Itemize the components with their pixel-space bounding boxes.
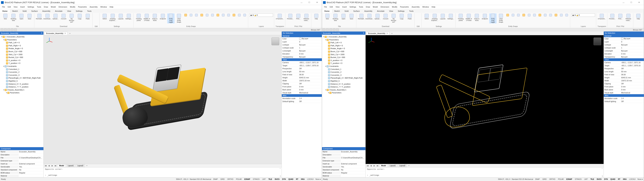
ribbon-tab[interactable]: Sketch xyxy=(10,10,20,13)
ribbon-save[interactable]: Save xyxy=(26,14,33,20)
status-toggle-strack[interactable]: STRACK xyxy=(252,178,260,180)
view-cube[interactable] xyxy=(272,38,279,45)
ribbon-entity-snap-toggle[interactable]: Entity snap toggle xyxy=(489,14,496,24)
ribbon-help[interactable]: Help xyxy=(634,14,642,20)
ribbon-tab[interactable]: Settings xyxy=(74,10,85,13)
minimize-button[interactable]: — xyxy=(620,0,628,5)
tree-node[interactable]: ▾Parameters xyxy=(0,38,43,42)
prop-value[interactable]: 0 mm xyxy=(620,86,644,88)
prop-value[interactable]: 15972.33 mm xyxy=(298,80,322,82)
ribbon-tab[interactable]: Assembly xyxy=(362,10,375,13)
menu-item[interactable]: Dimension xyxy=(58,6,68,8)
tree-node[interactable]: PlanarAngle_4 = 360*(Path_Right-Path xyxy=(0,76,43,80)
prop-value[interactable]: 0 mm xyxy=(298,53,322,55)
viewport[interactable] xyxy=(44,35,282,164)
ribbon-download-[interactable]: Download... xyxy=(44,14,51,20)
layout-nav[interactable]: ◀ xyxy=(48,165,50,166)
ribbon-tab[interactable]: Annotate xyxy=(53,10,65,13)
layer-dropdown[interactable]: ◉ ❄ 🔒 0 xyxy=(572,14,595,17)
status-toggle-rt[interactable]: RT xyxy=(295,178,299,180)
status-toggle-grid[interactable]: GRID xyxy=(542,178,547,180)
status-toggle-grid[interactable]: GRID xyxy=(220,178,225,180)
tree-node[interactable]: ▾Constraints xyxy=(322,65,365,68)
layout-nav[interactable]: ▶ xyxy=(373,165,376,166)
bricsys247-label[interactable]: Bricsys 24/7 xyxy=(633,29,642,31)
prop-value[interactable]: No xyxy=(340,169,366,171)
tab-close-icon[interactable]: ✕ xyxy=(386,32,388,34)
tree-node[interactable]: ▾Parameters xyxy=(322,91,365,94)
prop-value[interactable]: ByLayer xyxy=(298,56,322,58)
ribbon-middle-of-2-points[interactable]: Middle of 2 Points xyxy=(465,14,472,22)
prop-value[interactable]: -830.1, -1110.7, 2071.16 xyxy=(298,62,322,64)
ribbon-endpoint[interactable]: Endpoint xyxy=(159,14,166,20)
status-toggle-polar[interactable]: POLAR xyxy=(557,178,564,180)
menu-item[interactable]: View xyxy=(12,6,18,8)
qat-icon[interactable] xyxy=(330,28,332,31)
tree-node[interactable]: Path_Left = 0 xyxy=(322,41,365,44)
ribbon-tab[interactable]: Settings xyxy=(396,10,407,13)
menu-item[interactable]: Model xyxy=(50,6,57,8)
ribbon-print-[interactable]: Print... xyxy=(295,14,302,20)
snap-toggle[interactable] xyxy=(559,14,564,17)
qat-icon[interactable] xyxy=(11,28,14,31)
ribbon-copy[interactable]: Copy xyxy=(76,14,83,20)
tree-node[interactable]: Distance_6 = X_position xyxy=(322,82,365,86)
prop-value[interactable]: Off xyxy=(298,68,322,70)
minimize-button[interactable]: — xyxy=(298,0,306,5)
ribbon-working-sets[interactable]: Working Sets xyxy=(332,14,339,22)
tree-node[interactable]: Boom_Cyl = 600 xyxy=(322,50,365,53)
prop-value[interactable]: ByLayer xyxy=(620,50,644,52)
layout-tab[interactable]: Layout1 xyxy=(388,164,397,167)
prop-value[interactable]: Regular xyxy=(18,172,44,174)
ribbon-paste[interactable]: Paste xyxy=(406,14,414,20)
model-tree[interactable]: ▾☐ Excavator_Assembly▾ParametersPath_Lef… xyxy=(0,35,44,147)
status-toggle-snap[interactable]: SNAP xyxy=(212,178,218,180)
status-toggle-quad[interactable]: QUAD xyxy=(288,178,294,180)
snap-toggle[interactable] xyxy=(516,14,521,17)
ribbon-clear-entity-snaps[interactable]: Clear Entity Snaps xyxy=(175,14,183,24)
status-toggle-esnap[interactable]: ESNAP xyxy=(566,178,573,180)
ribbon-entity-snap-toggle[interactable]: Entity snap toggle xyxy=(167,14,174,24)
ribbon-open[interactable]: Open xyxy=(18,14,25,20)
cmd-slider-icon[interactable]: ≡ xyxy=(280,175,281,177)
tree-node[interactable]: Stick_Cyl = 1500 xyxy=(0,53,43,56)
prop-value[interactable]: No xyxy=(18,169,44,171)
layout-tab[interactable]: Layout2 xyxy=(398,164,407,167)
prop-value[interactable]: ByLayer xyxy=(298,38,322,40)
prop-value[interactable]: 1:4 xyxy=(298,97,322,100)
tree-node[interactable]: Coincident_1 xyxy=(0,68,43,71)
snap-toggle[interactable] xyxy=(527,14,532,17)
tree-node[interactable]: X_position = 0 xyxy=(0,59,43,62)
prop-value[interactable]: Mechanical xyxy=(620,92,644,94)
ribbon-account[interactable]: Account xyxy=(382,14,389,20)
prop-value[interactable]: ByLayer xyxy=(620,56,644,58)
layout-tab[interactable]: Layout1 xyxy=(66,164,75,167)
cmd-up-icon[interactable]: ⌃ xyxy=(280,168,281,170)
ribbon-middle-of-2-points[interactable]: Middle of 2 Points xyxy=(143,14,150,22)
ribbon-tab[interactable]: Annotate xyxy=(375,10,387,13)
layout-nav[interactable]: ▶| xyxy=(376,165,379,166)
ribbon-tab[interactable]: Sketch xyxy=(332,10,342,13)
ribbon-snap-to-none[interactable]: Snap to None xyxy=(151,14,158,22)
prop-value[interactable]: 1 xyxy=(298,47,322,49)
qat-icon[interactable] xyxy=(326,28,329,31)
layout-tab[interactable]: Layout2 xyxy=(76,164,85,167)
ribbon-tab[interactable]: Tools xyxy=(85,10,94,13)
tree-node[interactable]: Path_Right = 0 xyxy=(0,44,43,47)
status-toggle-strack[interactable]: STRACK xyxy=(574,178,582,180)
ribbon-drawing-explorer-[interactable]: Drawing Explorer... xyxy=(431,14,438,22)
command-prompt[interactable]: : _settings xyxy=(367,174,379,176)
prop-value[interactable]: Excavator_Assembly xyxy=(340,151,366,153)
tree-node[interactable]: ▾☐ Excavator_Assembly xyxy=(322,35,365,38)
ribbon-tab[interactable]: Assembly xyxy=(40,10,53,13)
status-toggle-rt[interactable]: RT xyxy=(617,178,621,180)
tree-node[interactable]: Y_position = 0 xyxy=(322,62,365,65)
status-toggle-ortho[interactable]: ORTHO xyxy=(548,178,556,180)
menu-item[interactable]: Assembly xyxy=(89,6,99,8)
status-toggle-ducs[interactable]: DUCS xyxy=(596,178,602,180)
tree-node[interactable]: ▾☐ Excavator_Assembly xyxy=(0,35,43,38)
menu-item[interactable]: Dimension xyxy=(380,6,390,8)
prop-value[interactable]: ByLayer xyxy=(620,38,644,40)
status-toggle-polar[interactable]: POLAR xyxy=(235,178,242,180)
qat-icon[interactable] xyxy=(8,28,10,31)
